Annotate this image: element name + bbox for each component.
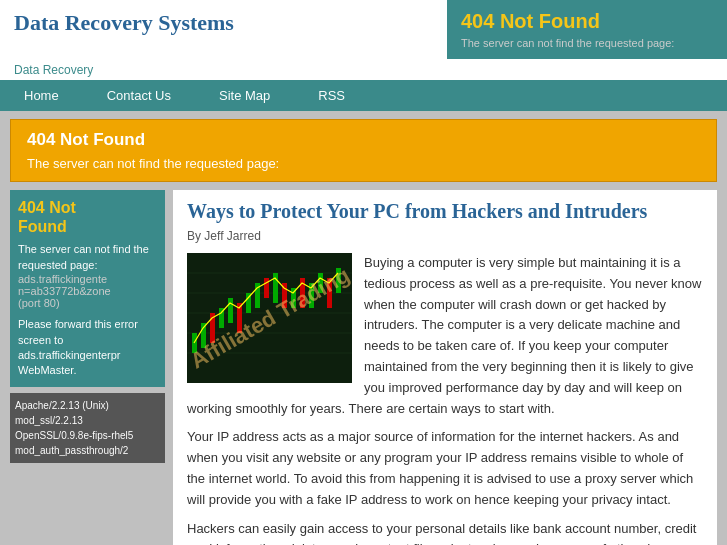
- banner-404-title: 404 Not Found: [27, 130, 700, 150]
- svg-rect-20: [318, 273, 323, 293]
- article-content: Ways to Protect Your PC from Hackers and…: [173, 190, 717, 545]
- svg-rect-15: [273, 273, 278, 303]
- header-404-title: 404 Not Found: [461, 10, 713, 33]
- svg-rect-22: [336, 268, 341, 293]
- article-body: Affiliated Trading Buying a computer is …: [187, 253, 703, 545]
- article-byline: By Jeff Jarred: [187, 229, 703, 243]
- sidebar-error-title: 404 NotFound: [18, 198, 157, 236]
- sidebar-tech-info: Apache/2.2.13 (Unix)mod_ssl/2.2.13OpenSS…: [10, 393, 165, 463]
- header-404-sub: The server can not find the requested pa…: [461, 37, 713, 49]
- svg-rect-14: [264, 278, 269, 298]
- sidebar-link[interactable]: ads.traffickingenten=ab33772b&zone(port …: [18, 273, 157, 309]
- svg-rect-18: [300, 278, 305, 308]
- site-title: Data Recovery Systems: [14, 10, 433, 36]
- nav-home[interactable]: Home: [0, 80, 83, 111]
- nav-sitemap[interactable]: Site Map: [195, 80, 294, 111]
- sidebar-error-body: The server can not find the requested pa…: [18, 242, 157, 273]
- sidebar-forward: Please forward this error screen to ads.…: [18, 317, 157, 379]
- article-paragraph-2: Your IP address acts as a major source o…: [187, 427, 703, 510]
- article-image: Affiliated Trading: [187, 253, 352, 383]
- article-paragraph-3: Hackers can easily gain access to your p…: [187, 519, 703, 545]
- svg-rect-10: [228, 298, 233, 323]
- article-title: Ways to Protect Your PC from Hackers and…: [187, 200, 703, 223]
- error-banner: 404 Not Found The server can not find th…: [10, 119, 717, 182]
- nav-rss[interactable]: RSS: [294, 80, 369, 111]
- sidebar: 404 NotFound The server can not find the…: [10, 190, 165, 545]
- banner-404-message: The server can not find the requested pa…: [27, 156, 700, 171]
- nav-contact[interactable]: Contact Us: [83, 80, 195, 111]
- nav-bar: Home Contact Us Site Map RSS: [0, 80, 727, 111]
- breadcrumb-link[interactable]: Data Recovery: [14, 63, 93, 77]
